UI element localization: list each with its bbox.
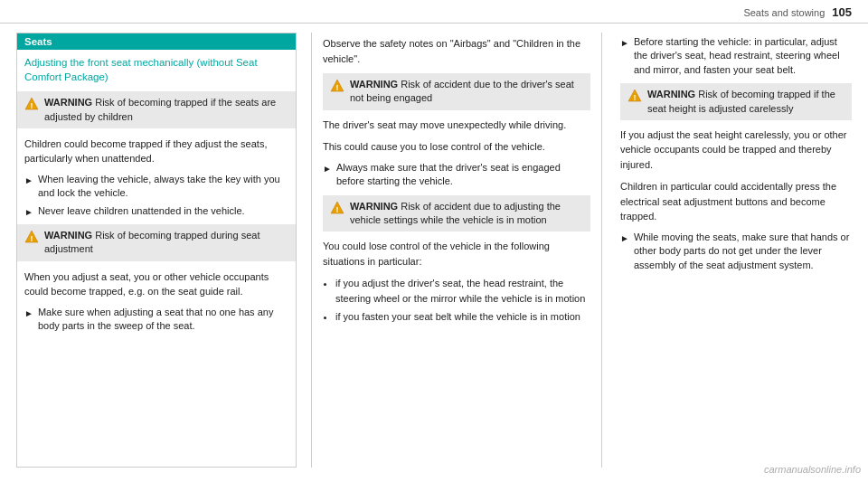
warning-label-2: WARNING	[44, 230, 92, 241]
arrow-icon-1b: ►	[24, 206, 33, 219]
warning-icon-2: !	[24, 230, 39, 244]
right-warning-label-1: WARNING	[647, 89, 695, 99]
header: Seats and stowing 105	[0, 0, 868, 24]
right-arrow-1: ►	[620, 37, 629, 77]
mid-warning-icon-1: !	[330, 79, 344, 93]
warning-text-1: WARNING Risk of becoming trapped if the …	[44, 96, 288, 124]
right-bullet-1: ► Before starting the vehicle: in partic…	[620, 33, 852, 80]
svg-text:!: !	[31, 233, 33, 242]
body-text-1: Children could become trapped if they ad…	[17, 132, 296, 171]
mid-arrow-1: ►	[323, 163, 332, 189]
watermark: carmanualsonline.info	[764, 464, 861, 475]
mid-body-1: The driver's seat may move unexpectedly …	[323, 114, 590, 137]
left-column: Seats Adjusting the front seat mechanica…	[16, 33, 297, 468]
mid-body-2: This could cause you to lose control of …	[323, 136, 590, 158]
right-warning-text-1: WARNING Risk of becoming trapped if the …	[647, 88, 844, 116]
bullet-item-1a: ► When leaving the vehicle, always take …	[17, 171, 296, 203]
bullet-text-2a: Make sure when adjusting a seat that no …	[38, 306, 288, 334]
mid-list-item-2: if you fasten your seat belt while the v…	[335, 309, 590, 325]
svg-text:!: !	[31, 101, 33, 110]
section-title: Seats and stowing	[743, 7, 825, 18]
right-body-2: Children in particular could accidentall…	[620, 175, 852, 228]
middle-column: Observe the safety notes on "Airbags" an…	[311, 33, 602, 468]
mid-intro: Observe the safety notes on "Airbags" an…	[323, 33, 590, 70]
page-info: Seats and stowing 105	[743, 5, 852, 19]
mid-warning-text-2: WARNING Risk of accident due to adjust­i…	[350, 200, 583, 228]
svg-text:!: !	[336, 83, 339, 92]
svg-text:!: !	[634, 93, 637, 102]
bullet-item-2a: ► Make sure when adjusting a seat that n…	[17, 304, 296, 336]
seats-tab: Seats	[17, 33, 296, 50]
warning-box-1: ! WARNING Risk of becoming trapped if th…	[17, 91, 296, 128]
right-warning-box-1: ! WARNING Risk of becoming trapped if th…	[620, 83, 852, 120]
right-bullet-text-2: While moving the seats, make sure that h…	[634, 231, 852, 272]
bullet-item-1b: ► Never leave children unattended in the…	[17, 203, 296, 221]
bullet-text-1a: When leaving the vehicle, always take th…	[38, 173, 288, 201]
mid-warning-box-1: ! WARNING Risk of accident due to the dr…	[323, 73, 590, 110]
mid-bullet-list: if you adjust the driver's seat, the hea…	[323, 272, 590, 332]
warning-label-1: WARNING	[44, 97, 92, 108]
section-heading: Adjusting the front seat mechanically (w…	[17, 50, 296, 88]
right-warning-icon-1: !	[627, 89, 642, 103]
bullet-text-1b: Never leave children unattended in the v…	[38, 204, 245, 218]
right-bullet-2: ► While moving the seats, make sure that…	[620, 228, 852, 275]
svg-text:!: !	[336, 204, 339, 213]
mid-warning-text-1: WARNING Risk of accident due to the driv…	[350, 78, 583, 106]
right-bullet-text-1: Before starting the vehicle: in particul…	[634, 35, 852, 77]
warning-text-2: WARNING Risk of becoming trapped dur­ing…	[44, 229, 288, 257]
mid-warning-box-2: ! WARNING Risk of accident due to adjust…	[323, 195, 590, 232]
right-body-1: If you adjust the seat height carelessly…	[620, 124, 852, 176]
mid-list-item-1: if you adjust the driver's seat, the hea…	[335, 276, 590, 306]
mid-warning-label-1: WARNING	[350, 79, 398, 90]
arrow-icon-2a: ►	[24, 307, 33, 320]
mid-bullet-text-1: Always make sure that the driver's seat …	[336, 161, 590, 189]
main-content: Seats Adjusting the front seat mechanica…	[0, 24, 868, 477]
mid-warning-label-2: WARNING	[350, 201, 398, 212]
mid-bullet-1: ► Always make sure that the driver's sea…	[323, 158, 590, 192]
right-column: ► Before starting the vehicle: in partic…	[617, 33, 852, 468]
page-number: 105	[832, 5, 852, 19]
right-arrow-2: ►	[620, 232, 629, 272]
body-text-2: When you adjust a seat, you or other veh…	[17, 265, 296, 304]
mid-body-3: You could lose control of the vehicle in…	[323, 235, 590, 272]
arrow-icon-1a: ►	[24, 175, 33, 187]
warning-box-2: ! WARNING Risk of becoming trapped dur­i…	[17, 224, 296, 261]
warning-icon-1: !	[24, 97, 39, 111]
mid-warning-icon-2: !	[330, 201, 344, 215]
